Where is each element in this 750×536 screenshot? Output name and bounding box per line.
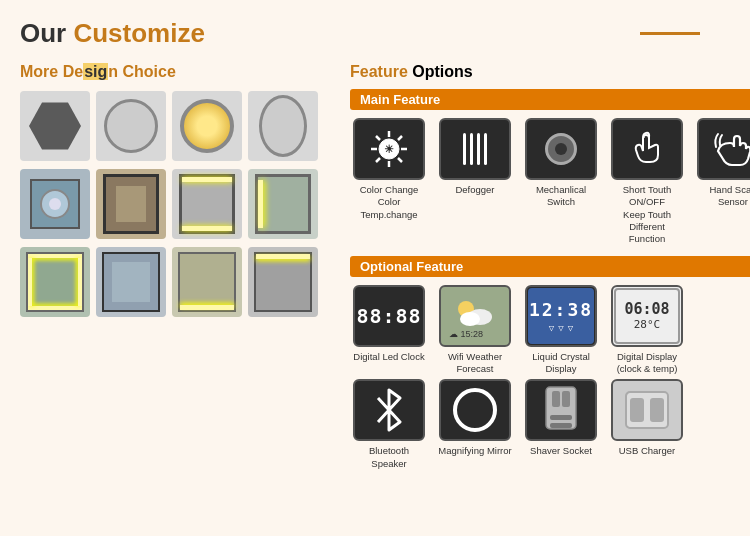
page-title: Our Customize xyxy=(20,18,205,49)
svg-line-8 xyxy=(376,158,380,162)
touch-icon xyxy=(628,130,666,168)
feature-digital-display: 06:08 28°C Digital Display(clock & temp) xyxy=(608,285,686,376)
color-change-label: Color ChangeColor Temp.change xyxy=(350,184,428,221)
sun-icon: ☀ xyxy=(367,127,411,171)
hand-scan-icon-box xyxy=(697,118,750,180)
optional-feature-row-1: 88:88 Digital Led Clock ☁ 15: xyxy=(350,285,750,376)
shaver-icon xyxy=(542,385,580,435)
design-section-title: More Design Choice xyxy=(20,63,330,81)
digital-display-icon-box: 06:08 28°C xyxy=(611,285,683,347)
svg-line-7 xyxy=(398,136,402,140)
bluetooth-icon xyxy=(372,388,406,432)
feature-title-rest: Options xyxy=(408,63,473,80)
feature-bluetooth: Bluetooth Speaker xyxy=(350,379,428,470)
weather-label: Wifi Weather Forecast xyxy=(436,351,514,376)
feature-shaver: Shaver Socket xyxy=(522,379,600,470)
svg-rect-17 xyxy=(550,423,572,428)
svg-text:☁ 15:28: ☁ 15:28 xyxy=(449,329,483,339)
optional-feature-row-2: Bluetooth Speaker Magnifying Mirror xyxy=(350,379,750,470)
bluetooth-icon-box xyxy=(353,379,425,441)
feature-weather: ☁ 15:28 Wifi Weather Forecast xyxy=(436,285,514,376)
hex-shape xyxy=(29,100,81,152)
lcd-icon: 12:38 ▽▽▽ xyxy=(528,288,594,344)
defogger-label: Defogger xyxy=(455,184,494,196)
usb-icon xyxy=(622,388,672,432)
weather-icon-box: ☁ 15:28 xyxy=(439,285,511,347)
feature-switch: MechanlicalSwitch xyxy=(522,118,600,246)
mirror-sq-2 xyxy=(96,247,166,317)
mirror-rect-2 xyxy=(96,169,166,239)
header-line xyxy=(640,32,700,35)
svg-rect-16 xyxy=(550,415,572,420)
circle-lit-shape xyxy=(180,99,234,153)
switch-icon xyxy=(545,133,577,165)
touch-label: Short Touth ON/OFFKeep Touth DifferentFu… xyxy=(608,184,686,246)
optional-feature-bar: Optional Feature xyxy=(350,256,750,277)
mirror-row-3 xyxy=(20,247,330,317)
digital-display-icon: 06:08 28°C xyxy=(614,288,680,344)
feature-lcd: 12:38 ▽▽▽ Liquid Crystal Display xyxy=(522,285,600,376)
main-feature-grid: ☀ Color ChangeColor Temp.change Defogger xyxy=(350,118,750,246)
feature-defogger: Defogger xyxy=(436,118,514,246)
svg-rect-19 xyxy=(562,391,570,407)
hand-scan-icon xyxy=(712,129,750,169)
oval-shape xyxy=(259,95,307,157)
weather-icon: ☁ 15:28 xyxy=(444,289,506,343)
svg-rect-21 xyxy=(630,398,644,422)
shaver-label: Shaver Socket xyxy=(530,445,592,457)
mirror-row-1 xyxy=(20,91,330,161)
magnify-icon xyxy=(453,388,497,432)
mirror-rect-4 xyxy=(248,169,318,239)
main-feature-section: Main Feature xyxy=(350,89,750,246)
shaver-icon-box xyxy=(525,379,597,441)
main-feature-bar: Main Feature xyxy=(350,89,750,110)
title-plain: Our xyxy=(20,18,73,48)
usb-label: USB Charger xyxy=(619,445,676,457)
defogger-icon xyxy=(463,133,487,165)
circle-shape xyxy=(104,99,158,153)
feature-usb: USB Charger xyxy=(608,379,686,470)
bluetooth-label: Bluetooth Speaker xyxy=(350,445,428,470)
optional-feature-section: Optional Feature 88:88 Digital Led Clock xyxy=(350,256,750,470)
magnify-icon-box xyxy=(439,379,511,441)
feature-magnify: Magnifying Mirror xyxy=(436,379,514,470)
svg-line-6 xyxy=(398,158,402,162)
left-column: More Design Choice xyxy=(20,63,330,480)
disp-temp: 28°C xyxy=(634,318,661,331)
switch-icon-box xyxy=(525,118,597,180)
digital-clock-icon-box: 88:88 xyxy=(353,285,425,347)
usb-icon-box xyxy=(611,379,683,441)
svg-rect-18 xyxy=(552,391,560,407)
title-highlight: Customize xyxy=(73,18,204,48)
lcd-icon-box: 12:38 ▽▽▽ xyxy=(525,285,597,347)
switch-label: MechanlicalSwitch xyxy=(536,184,586,209)
magnify-label: Magnifying Mirror xyxy=(438,445,511,457)
defogger-icon-box xyxy=(439,118,511,180)
lcd-label: Liquid Crystal Display xyxy=(522,351,600,376)
main-content: More Design Choice xyxy=(20,63,730,480)
mirror-hexagon xyxy=(20,91,90,161)
digital-clock-label: Digital Led Clock xyxy=(353,351,424,363)
disp-time: 06:08 xyxy=(624,300,669,318)
svg-rect-15 xyxy=(546,387,576,429)
hand-scan-label: Hand Scan Sensor xyxy=(694,184,750,209)
digital-display-label: Digital Display(clock & temp) xyxy=(617,351,678,376)
svg-point-13 xyxy=(460,312,480,326)
feature-hand-scan: Hand Scan Sensor xyxy=(694,118,750,246)
digital-clock-icon: 88:88 xyxy=(356,304,421,328)
feature-digital-clock: 88:88 Digital Led Clock xyxy=(350,285,428,376)
header: Our Customize xyxy=(20,18,730,49)
mirror-sq-3 xyxy=(172,247,242,317)
mirror-oval xyxy=(248,91,318,161)
color-change-icon-box: ☀ xyxy=(353,118,425,180)
touch-icon-box xyxy=(611,118,683,180)
feature-touch: Short Touth ON/OFFKeep Touth DifferentFu… xyxy=(608,118,686,246)
mirror-rect-3 xyxy=(172,169,242,239)
svg-text:☀: ☀ xyxy=(384,143,394,155)
feature-section-title: Feature Options xyxy=(350,63,750,81)
switch-inner xyxy=(555,143,567,155)
right-column: Feature Options Main Feature xyxy=(350,63,750,480)
svg-rect-22 xyxy=(650,398,664,422)
feature-title-highlight: Feature xyxy=(350,63,408,80)
mirror-circle xyxy=(96,91,166,161)
